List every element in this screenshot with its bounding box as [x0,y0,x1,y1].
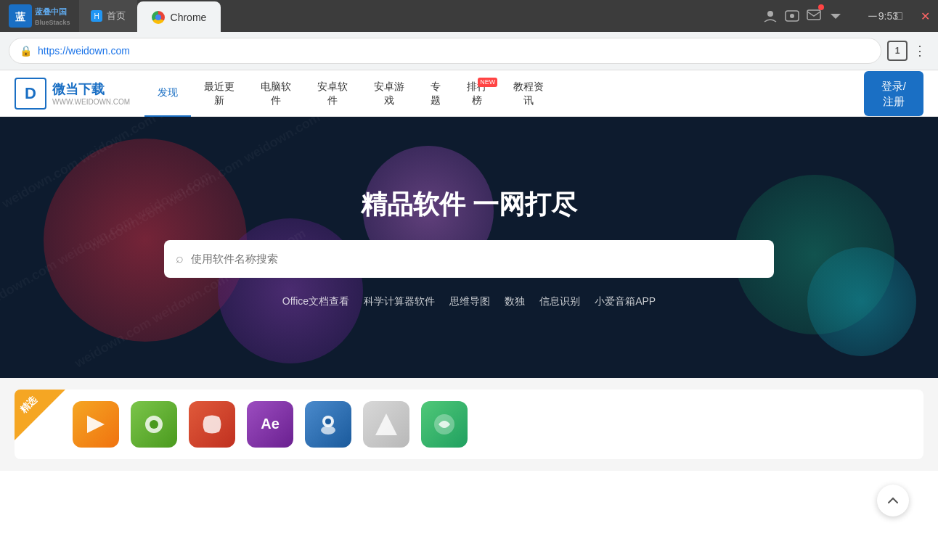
app-icon-4[interactable]: Ae [247,401,293,448]
svg-marker-8 [831,14,841,19]
hero-banner: weidown.com weidown.com weidown.com weid… [0,117,938,378]
maximize-button[interactable]: □ [886,3,912,29]
app-icon-6[interactable] [363,401,409,448]
search-input[interactable] [191,252,762,265]
nav-item-android-games[interactable]: 安卓游戏 [361,70,417,117]
nav-item-pc-software[interactable]: 电脑软件 [248,70,304,117]
app1-graphic [81,410,110,439]
featured-corner: 精选 [15,390,65,440]
home-icon: H [91,10,102,22]
site-nav: D 微当下载 WWW.WEIDOWN.COM 发现 最近更新 电脑软件 安卓软件… [0,70,938,117]
dropdown-icon[interactable] [828,8,844,24]
app-icon-5[interactable] [305,401,351,448]
nav-item-discover[interactable]: 发现 [144,70,191,117]
chrome-icon [152,11,165,24]
hero-decoration-5 [807,247,916,356]
url-text: https://weidown.com [38,45,130,57]
hero-tag-5[interactable]: 信息识别 [539,295,580,308]
chevron-up-icon [886,493,900,508]
window-controls: ─ □ ✕ [860,3,938,29]
app-icons-row: Ae [73,401,468,448]
hero-tag-2[interactable]: 科学计算器软件 [364,295,435,308]
app7-graphic [430,410,459,439]
title-bar: 蓝 蓝叠中国BlueStacks H 首页 Chrome [0,0,938,32]
app2-graphic [139,410,168,439]
app-icon-1[interactable] [73,401,119,448]
bottom-section: 精选 [0,378,938,471]
svg-marker-9 [87,416,105,433]
tab-home[interactable]: H 首页 [79,0,137,32]
tab-home-label: 首页 [107,9,126,22]
tab-count-button[interactable]: 1 [887,41,908,61]
close-button[interactable]: ✕ [912,3,938,29]
browser-menu-button[interactable]: ⋮ [910,40,929,62]
nav-item-topics[interactable]: 专题 [417,70,454,117]
mail-icon-wrapper [806,7,822,25]
tab-count: 1 [895,46,900,56]
app-icon-2[interactable] [131,401,177,448]
game-icon[interactable] [784,8,800,24]
svg-point-6 [790,14,794,18]
bluestacks-icon: 蓝 [9,4,32,28]
app-icon-3[interactable] [189,401,235,448]
app3-graphic [197,410,227,439]
new-badge: NEW [478,78,497,88]
address-bar[interactable]: 🔒 https://weidown.com [9,38,881,64]
mail-badge [818,4,824,10]
hero-tag-3[interactable]: 思维导图 [449,295,490,308]
svg-point-14 [325,419,331,424]
browser-toolbar-right: 1 ⋮ [887,40,929,62]
ssl-lock-icon: 🔒 [20,45,32,57]
svg-text:H: H [94,12,99,20]
nav-item-tutorials[interactable]: 教程资讯 [500,70,557,117]
user-icon[interactable] [762,8,778,24]
nav-item-recent[interactable]: 最近更新 [191,70,248,117]
svg-point-11 [150,420,158,429]
tab-chrome-label: Chrome [171,12,207,23]
hero-tag-6[interactable]: 小爱音箱APP [595,295,656,308]
logo-text: 微当下载 WWW.WEIDOWN.COM [52,81,130,106]
bluestacks-logo: 蓝 蓝叠中国BlueStacks [0,0,79,32]
logo-box: D [15,78,46,110]
hero-search-bar[interactable]: ⌕ [164,240,774,278]
search-icon: ⌕ [176,251,184,266]
svg-point-15 [321,426,335,435]
browser-toolbar: 🔒 https://weidown.com 1 ⋮ [0,32,938,70]
minimize-button[interactable]: ─ [860,3,886,29]
app4-graphic: Ae [256,410,285,439]
main-content: D 微当下载 WWW.WEIDOWN.COM 发现 最近更新 电脑软件 安卓软件… [0,70,938,560]
bluestacks-text: 蓝叠中国BlueStacks [35,7,70,26]
site-logo[interactable]: D 微当下载 WWW.WEIDOWN.COM [15,78,130,110]
login-register-button[interactable]: 登录/注册 [864,71,923,116]
featured-apps-card: 精选 [15,390,923,459]
hero-tag-4[interactable]: 数独 [505,295,525,308]
hero-tags: Office文档查看 科学计算器软件 思维导图 数独 信息识别 小爱音箱APP [282,295,656,308]
svg-rect-7 [807,10,820,20]
app6-graphic [372,410,401,439]
hero-tag-1[interactable]: Office文档查看 [282,295,349,308]
system-tray [762,7,844,25]
svg-text:蓝: 蓝 [15,11,25,22]
featured-triangle [15,390,65,440]
scroll-to-top-button[interactable] [877,485,909,516]
hero-title: 精品软件 一网打尽 [361,187,577,223]
app5-graphic [314,410,343,439]
app-icon-7[interactable] [421,401,468,448]
svg-marker-16 [375,413,397,435]
nav-item-android-software[interactable]: 安卓软件 [304,70,361,117]
tab-chrome[interactable]: Chrome [137,1,221,33]
svg-text:Ae: Ae [261,416,280,432]
svg-point-4 [767,11,773,17]
nav-item-ranking[interactable]: 排行榜 NEW [454,70,500,117]
